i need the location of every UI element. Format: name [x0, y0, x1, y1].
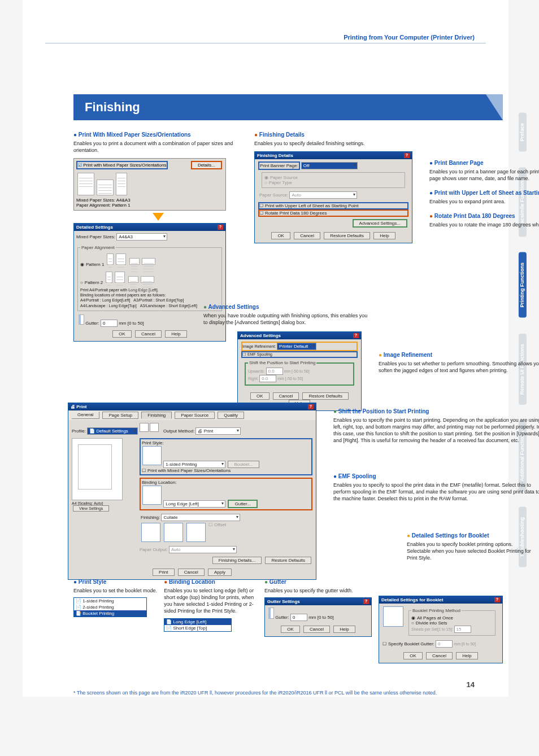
upperleft-cb[interactable]: Print with Upper Left of Sheet as Starti…: [258, 202, 408, 209]
rotate-title: ● Rotate Print Data 180 Degrees: [429, 213, 539, 219]
cancel-button[interactable]: Cancel: [178, 569, 205, 576]
close-icon[interactable]: ?: [363, 599, 369, 604]
gutter-input[interactable]: 0: [101, 320, 118, 327]
tab-quality[interactable]: Quality: [218, 412, 244, 419]
banner-title: ● Print Banner Page: [429, 160, 539, 166]
bind-long[interactable]: 📄 Long Edge [Left]: [164, 619, 231, 625]
finishing-details-dialog: Finishing Details? Print Banner Page: Of…: [254, 151, 412, 243]
restore-button[interactable]: Restore Defaults: [324, 232, 370, 239]
booklet-gutter-cb[interactable]: Specify Booklet Gutter:: [382, 641, 434, 646]
shift-title: ● Shift the Position to Start Printing: [333, 408, 539, 414]
tab-printing[interactable]: Printing Functions: [519, 252, 527, 318]
booklet-title: ● Detailed Settings for Booklet: [407, 532, 539, 539]
all-pages-radio[interactable]: All Pages at Once: [411, 615, 493, 620]
img-refine-dropdown[interactable]: Printer Default: [277, 343, 316, 350]
binding-desc: Enables you to select long edge (left) o…: [164, 587, 258, 615]
advanced-desc: When you have trouble outputting with fi…: [203, 312, 373, 326]
finishing-details-title: ● Finishing Details: [254, 132, 424, 138]
mixed-sizes-dropdown[interactable]: A4&A3: [116, 233, 167, 241]
finishing-details-desc: Enables you to specify detailed finishin…: [254, 140, 424, 147]
close-icon[interactable]: ?: [218, 225, 223, 230]
gutter-desc: Enables you to specify the gutter width.: [264, 587, 372, 594]
tab-general[interactable]: General: [72, 412, 99, 419]
details-button[interactable]: Details...: [191, 161, 222, 169]
printstyle-desc: Enables you to set the booklet mode.: [73, 587, 157, 594]
cancel-button[interactable]: Cancel: [303, 626, 330, 633]
profile-dropdown[interactable]: 📄 Default Settings: [87, 427, 138, 435]
upperleft-desc: Enables you to expand print area.: [429, 198, 539, 205]
view-settings-button[interactable]: View Settings: [73, 505, 109, 512]
mixed-desc: Enables you to print a document with a c…: [73, 140, 243, 154]
print-style-dropdown[interactable]: 1-sided Printing: [163, 461, 225, 468]
breadcrumb: Printing from Your Computer (Printer Dri…: [23, 0, 508, 41]
gutter-dialog: Gutter Settings? Gutter: 0 mm [0 to 50] …: [264, 597, 372, 637]
output-dropdown[interactable]: 🖨 Print: [195, 427, 241, 435]
booklet-desc: Enables you to specify booklet printing …: [407, 541, 537, 561]
ok-button[interactable]: OK: [112, 330, 132, 338]
booklet-settings-dialog: Detailed Settings for Booklet? Booklet P…: [379, 596, 503, 663]
emf-desc: Enables you to specify to spool the prin…: [333, 482, 539, 502]
close-icon[interactable]: ?: [353, 333, 359, 338]
ok-button[interactable]: OK: [250, 392, 270, 400]
banner-desc: Enables you to print a banner page for e…: [429, 168, 539, 182]
mixed-cb[interactable]: Print with Mixed Paper Sizes/Orientation…: [83, 163, 166, 168]
arrow-down-icon: [153, 213, 164, 221]
pattern1-radio[interactable]: Pattern 1: [80, 252, 219, 267]
upperleft-title: ● Print with Upper Left of Sheet as Star…: [429, 190, 539, 196]
print-button[interactable]: Print: [153, 569, 174, 576]
help-button[interactable]: Help: [333, 626, 355, 633]
close-icon[interactable]: ?: [308, 404, 314, 409]
pattern2-radio[interactable]: Pattern 2: [80, 270, 219, 285]
cancel-button[interactable]: Cancel: [273, 392, 299, 400]
style-1sided[interactable]: 📄 1-sided Printing: [74, 598, 146, 604]
tab-papersource[interactable]: Paper Source: [175, 412, 215, 419]
restore-button[interactable]: Restore Defaults: [302, 392, 349, 400]
tab-preface[interactable]: Preface: [519, 113, 527, 152]
gutter-title: ● Gutter: [264, 579, 372, 585]
emf-title: ● EMF Spooling: [333, 473, 539, 479]
finishing-dropdown[interactable]: Collate: [161, 514, 240, 521]
close-icon[interactable]: ?: [404, 153, 410, 158]
binding-dropdown[interactable]: Long Edge [Left]: [163, 500, 225, 508]
help-button[interactable]: Help: [165, 330, 186, 338]
alignment-label: Paper Alignment:: [76, 203, 111, 208]
gutter-value-input[interactable]: 0: [290, 614, 307, 621]
cancel-button[interactable]: Cancel: [294, 232, 320, 239]
advanced-dialog: Advanced Settings? Image Refinement: Pri…: [237, 331, 362, 411]
advanced-settings-button[interactable]: Advanced Settings...: [353, 219, 407, 228]
finishing-details-button[interactable]: Finishing Details...: [212, 557, 262, 564]
shift-desc: Enables you to specify the point to star…: [333, 417, 539, 444]
restore-defaults-button[interactable]: Restore Defaults: [265, 557, 311, 564]
close-icon[interactable]: ?: [494, 597, 500, 602]
ok-button[interactable]: OK: [403, 652, 423, 659]
gutter-button[interactable]: Gutter...: [228, 500, 257, 508]
rotate-cb[interactable]: Rotate Print Data 180 Degrees: [258, 209, 408, 217]
print-dialog: 🖨 Print? General Page Setup Finishing Pa…: [68, 403, 316, 580]
apply-button[interactable]: Apply: [208, 569, 232, 576]
divide-sets-radio[interactable]: Divide into Sets: [411, 620, 493, 626]
emf-cb[interactable]: EMF Spooling: [241, 351, 358, 358]
advanced-title: ● Advanced Settings: [203, 304, 373, 310]
bind-short[interactable]: 📄 Short Edge [Top]: [164, 625, 231, 631]
style-booklet[interactable]: 📑 Booklet Printing: [74, 610, 146, 617]
help-button[interactable]: Help: [373, 232, 395, 239]
page-number: 14: [467, 680, 475, 689]
cancel-button[interactable]: Cancel: [426, 652, 453, 659]
ok-button[interactable]: OK: [271, 232, 290, 239]
mixed-sizes-label: Mixed Paper Sizes:: [76, 198, 115, 203]
cancel-button[interactable]: Cancel: [135, 330, 162, 338]
rotate-desc: Enables you to rotate the image 180 degr…: [429, 221, 539, 228]
tab-pagesetup[interactable]: Page Setup: [102, 412, 138, 419]
footnote: * The screens shown on this page are fro…: [73, 689, 475, 697]
mixed-cb2[interactable]: Print with Mixed Paper Sizes/Orientation…: [142, 468, 310, 473]
style-2sided[interactable]: 📄 2-sided Printing: [74, 604, 146, 610]
imgref-title: ● Image Refinement: [379, 352, 539, 358]
imgref-desc: Enables you to set whether to perform sm…: [379, 360, 539, 374]
help-button[interactable]: Help: [456, 652, 477, 659]
ok-button[interactable]: OK: [281, 626, 300, 633]
booklet-button: Booklet...: [228, 461, 259, 468]
tab-finishing[interactable]: Finishing: [141, 412, 172, 419]
banner-dropdown[interactable]: Off: [301, 162, 358, 169]
page-title: Finishing: [73, 94, 503, 120]
mixed-title: ● Print With Mixed Paper Sizes/Orientati…: [73, 132, 243, 138]
